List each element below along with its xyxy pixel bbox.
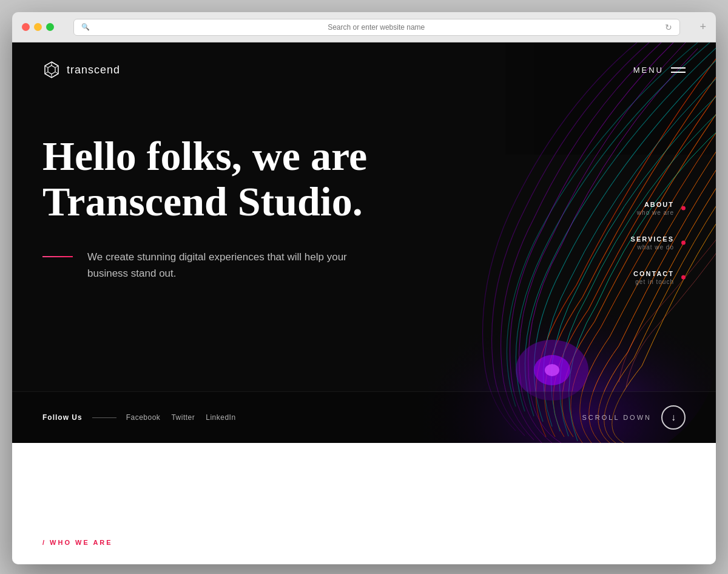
hero-content: Hello folks, we are Transcend Studio. We… (12, 97, 473, 282)
below-section: / WHO WE ARE (12, 443, 716, 564)
contact-texts: CONTACT get in touch (633, 270, 674, 285)
browser-chrome: 🔍 ↻ + (12, 12, 716, 42)
hero-description: We create stunning digital experiences t… (87, 249, 366, 282)
search-icon: 🔍 (81, 23, 90, 31)
traffic-lights (22, 23, 54, 31)
about-label: ABOUT (637, 201, 674, 208)
scroll-row: SCROLL DOWN ↓ (582, 405, 686, 430)
reload-button[interactable]: ↻ (665, 22, 672, 32)
url-input[interactable] (93, 23, 659, 32)
logo[interactable]: transcend (42, 61, 120, 79)
main-nav: transcend MENU (12, 42, 716, 97)
section-label: / WHO WE ARE (12, 539, 143, 546)
svg-point-3 (545, 364, 559, 376)
linkedin-link[interactable]: LinkedIn (206, 413, 235, 422)
website-content: transcend MENU Hello folks, we are Trans… (12, 42, 716, 564)
logo-icon (42, 61, 61, 79)
hero-title: Hello folks, we are Transcend Studio. (42, 133, 443, 225)
hero-accent-line (42, 256, 73, 257)
new-tab-button[interactable]: + (699, 21, 706, 33)
hamburger-icon (671, 67, 686, 73)
menu-button[interactable]: MENU (633, 66, 686, 75)
services-sub: what we do (631, 244, 674, 251)
logo-text: transcend (67, 64, 120, 76)
services-dot (681, 241, 686, 245)
browser-window: 🔍 ↻ + (12, 12, 716, 564)
address-bar: 🔍 ↻ (73, 19, 680, 36)
side-nav-item-services[interactable]: SERVICES what we do (631, 235, 686, 251)
side-nav: ABOUT who we are SERVICES what we do CON… (631, 201, 686, 285)
services-texts: SERVICES what we do (631, 235, 674, 251)
about-sub: who we are (637, 209, 674, 216)
about-texts: ABOUT who we are (637, 201, 674, 216)
services-label: SERVICES (631, 235, 674, 243)
scroll-label: SCROLL DOWN (582, 414, 652, 421)
contact-label: CONTACT (633, 270, 674, 277)
maximize-button[interactable] (46, 23, 54, 31)
hero-section: transcend MENU Hello folks, we are Trans… (12, 42, 716, 443)
about-dot (681, 206, 686, 211)
contact-dot (681, 275, 686, 280)
follow-row: Follow Us Facebook Twitter LinkedIn (42, 413, 236, 422)
contact-sub: get in touch (633, 279, 674, 285)
hero-footer: Follow Us Facebook Twitter LinkedIn SCRO… (12, 391, 716, 443)
menu-label: MENU (633, 66, 664, 75)
hero-description-row: We create stunning digital experiences t… (42, 249, 443, 282)
scroll-down-button[interactable]: ↓ (661, 405, 686, 430)
follow-label: Follow Us (42, 413, 83, 422)
close-button[interactable] (22, 23, 30, 31)
facebook-link[interactable]: Facebook (126, 413, 161, 422)
follow-divider (92, 417, 116, 418)
social-links: Facebook Twitter LinkedIn (126, 413, 236, 422)
side-nav-item-about[interactable]: ABOUT who we are (637, 201, 686, 216)
minimize-button[interactable] (34, 23, 42, 31)
side-nav-item-contact[interactable]: CONTACT get in touch (633, 270, 686, 285)
twitter-link[interactable]: Twitter (171, 413, 195, 422)
